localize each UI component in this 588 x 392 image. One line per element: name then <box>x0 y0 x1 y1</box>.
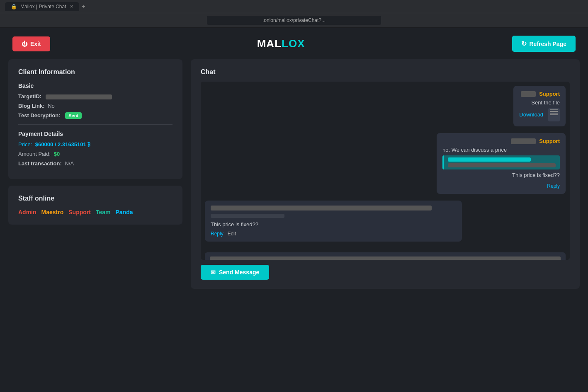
chat-panel: Chat Support Sent the file Download <box>191 59 580 289</box>
refresh-button[interactable]: Refresh Page <box>512 36 576 52</box>
staff-list: Admin Maestro Support Team Panda <box>18 209 173 215</box>
client-reply-button[interactable]: Reply <box>211 231 224 237</box>
staff-online-title: Staff online <box>18 195 173 202</box>
refresh-icon <box>521 40 527 48</box>
quote-bar-2 <box>448 163 556 167</box>
exit-button[interactable]: Exit <box>12 36 50 51</box>
message-client-bubble: This price is fixed?? Reply Edit <box>205 201 462 242</box>
logo-lox: LOX <box>282 37 305 50</box>
test-decryption-row: Test Decryption: Sent <box>18 112 173 119</box>
message-support-negotiate-bubble: Support no. We can discuss a price This … <box>437 133 566 194</box>
new-tab-button[interactable]: + <box>82 3 85 10</box>
price-btc: 2.31635101 <box>58 141 86 148</box>
staff-online-panel: Staff online Admin Maestro Support Team … <box>8 186 182 225</box>
support-sender-2: Support <box>539 138 560 144</box>
download-link[interactable]: Download <box>519 111 543 118</box>
target-id-row: TargetID: <box>18 93 173 99</box>
browser-tab[interactable]: 🔒 Mallox | Private Chat ✕ <box>5 2 79 11</box>
message-support-file-header: Support <box>519 91 560 97</box>
amount-paid-row: Amount Paid: $0 <box>18 151 173 157</box>
staff-admin[interactable]: Admin <box>18 209 36 215</box>
address-bar[interactable]: .onion/mallox/privateChat?... <box>207 16 381 25</box>
support-avatar-2 <box>511 138 536 144</box>
send-message-button[interactable]: Send Message <box>201 265 269 280</box>
blog-link-row: Blog Link: No <box>18 103 173 109</box>
tab-close-button[interactable]: ✕ <box>70 4 73 9</box>
quote-block <box>442 155 560 169</box>
browser-chrome: 🔒 Mallox | Private Chat ✕ + <box>0 0 588 13</box>
tab-icon: 🔒 <box>11 4 17 10</box>
staff-support[interactable]: Support <box>68 209 91 215</box>
support-msg-text-2: no. We can discuss a price <box>442 147 560 153</box>
file-icon <box>548 108 560 121</box>
logo: MALLOX <box>257 37 305 50</box>
client-sub-bar <box>211 214 284 218</box>
client-edit-button[interactable]: Edit <box>228 231 236 237</box>
client-info-title: Client Information <box>18 68 173 76</box>
client-msg-actions: Reply Edit <box>211 231 456 237</box>
price-row: Price: $60000 / 2.31635101 ₿ <box>18 141 173 148</box>
staff-panda[interactable]: Panda <box>115 209 133 215</box>
chat-messages[interactable]: Support Sent the file Download <box>201 82 570 260</box>
basic-section-title: Basic <box>18 82 173 89</box>
message-support-file-bubble: Support Sent the file Download <box>513 86 566 126</box>
support-msg-text-1: Sent the file <box>519 99 560 106</box>
message-support-file: Support Sent the file Download <box>205 86 566 126</box>
left-panel: Client Information Basic TargetID: Blog … <box>8 59 182 225</box>
main-layout: Client Information Basic TargetID: Blog … <box>0 59 588 297</box>
compose-top-bar <box>210 256 561 260</box>
test-decryption-badge: Sent <box>65 112 82 119</box>
staff-maestro[interactable]: Maestro <box>41 209 64 215</box>
send-icon <box>211 269 216 276</box>
message-support-negotiate: Support no. We can discuss a price This … <box>205 133 566 194</box>
btc-symbol: ₿ <box>87 141 90 148</box>
support-avatar-1 <box>521 91 536 97</box>
target-id-redacted <box>46 94 112 99</box>
tab-title: Mallox | Private Chat <box>20 4 66 10</box>
message-support-negotiate-header: Support <box>442 138 560 144</box>
client-msg-text: This price is fixed?? <box>211 221 456 227</box>
right-panel: Chat Support Sent the file Download <box>191 59 580 289</box>
payment-section-title: Payment Details <box>18 131 173 137</box>
logo-mal: MAL <box>257 37 282 50</box>
address-bar-row: .onion/mallox/privateChat?... <box>0 13 588 28</box>
staff-team[interactable]: Team <box>96 209 111 215</box>
compose-area: ⠿ <box>205 252 566 260</box>
blog-link-value: No <box>48 103 55 109</box>
support-sender-1: Support <box>539 91 560 97</box>
last-transaction-value: N/A <box>65 160 74 167</box>
quote-bar-1 <box>448 157 531 162</box>
app-header: Exit MALLOX Refresh Page <box>0 28 588 59</box>
message-client: This price is fixed?? Reply Edit <box>205 201 566 242</box>
download-row: Download <box>519 108 560 121</box>
reply-link-support[interactable]: Reply <box>547 183 560 189</box>
chat-title: Chat <box>201 68 570 76</box>
last-transaction-row: Last transaction: N/A <box>18 160 173 167</box>
client-info-panel: Client Information Basic TargetID: Blog … <box>8 59 182 179</box>
compose-area-wrapper: ⠿ <box>205 248 566 260</box>
divider <box>18 124 173 125</box>
client-header-bar <box>211 206 432 211</box>
quote-text: This price is fixed?? <box>442 172 560 178</box>
price-usd: $60000 <box>35 141 53 148</box>
power-icon <box>22 41 27 47</box>
amount-paid-value: $0 <box>54 151 60 157</box>
